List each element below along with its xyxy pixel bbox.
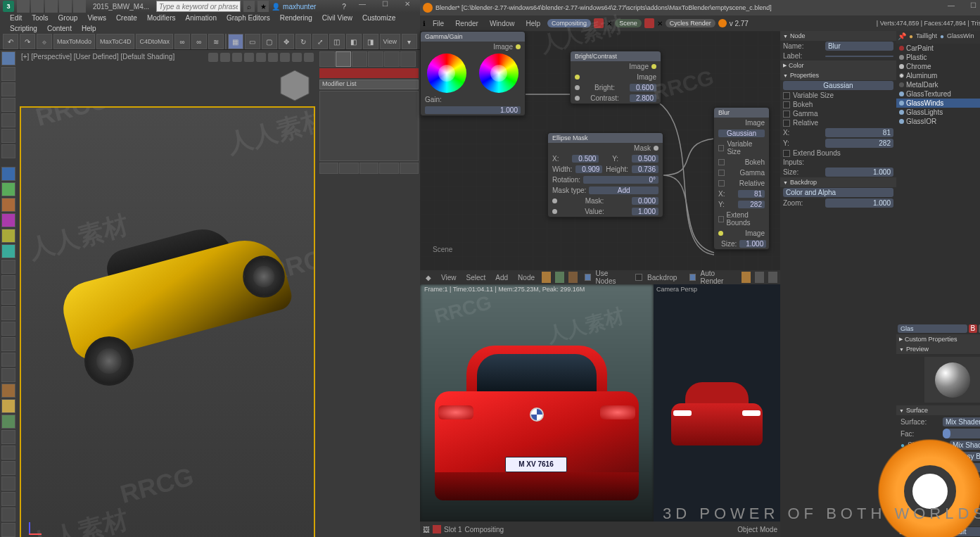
zoom-field[interactable]: 1.000 — [825, 198, 893, 208]
node-blur[interactable]: Blur Image Gaussian Variable Size Bokeh … — [713, 107, 770, 250]
panel-properties[interactable]: Properties — [780, 70, 896, 80]
minimize-button[interactable]: — — [941, 1, 961, 14]
create-icon[interactable] — [1, 275, 15, 289]
select-icon[interactable]: ▭ — [245, 34, 260, 49]
panel-custom-properties[interactable]: Custom Properties — [896, 334, 980, 344]
material-list[interactable]: CarPaint Plastic Chrome Aluminum MetalDa… — [896, 44, 980, 323]
create-icon[interactable] — [1, 322, 15, 336]
maximize-button[interactable]: ☐ — [375, 0, 395, 13]
layer-dropdown[interactable]: Compositing — [465, 526, 504, 533]
tab-icon[interactable] — [1, 67, 15, 81]
tab-icon[interactable] — [1, 129, 15, 143]
close-scene-icon[interactable] — [644, 18, 654, 28]
tool-icon[interactable] — [742, 272, 751, 283]
scale-icon[interactable]: ⤢ — [312, 34, 328, 49]
create-icon[interactable] — [1, 244, 15, 258]
vp-icon[interactable] — [244, 53, 254, 62]
menu-rendering[interactable]: Rendering — [276, 13, 317, 23]
wave-icon[interactable]: ≋ — [208, 34, 224, 49]
tab-create-icon[interactable] — [319, 51, 335, 67]
extend-checkbox[interactable] — [783, 150, 790, 157]
tab-utilities-icon[interactable] — [400, 51, 416, 67]
shader-icon[interactable] — [542, 272, 551, 283]
tab-modify-icon[interactable] — [336, 51, 351, 67]
menu-help[interactable]: Help — [522, 18, 545, 29]
tab-icon[interactable] — [1, 98, 15, 112]
tool-icon[interactable]: ◧ — [346, 34, 362, 49]
create-icon[interactable] — [1, 229, 15, 243]
menu-scripting[interactable]: Scripting — [6, 23, 42, 34]
max-logo-icon[interactable]: 3 — [3, 1, 14, 12]
move-icon[interactable]: ✥ — [279, 34, 294, 49]
node-editor[interactable]: Gamma/Gain Image Gain: 1.000 Bright/Cont… — [420, 31, 780, 270]
material-search[interactable]: Glas — [898, 324, 967, 333]
select-icon[interactable]: ▦ — [228, 34, 243, 49]
gamma-checkbox[interactable] — [783, 110, 790, 118]
channel-dropdown[interactable]: Color and Alpha — [783, 188, 893, 197]
create-icon[interactable] — [1, 523, 15, 537]
layout-dropdown[interactable]: Compositing — [547, 19, 591, 27]
vp-icon[interactable] — [220, 53, 230, 62]
user-icon[interactable]: 👤 — [272, 3, 280, 11]
menu-tools[interactable]: Tools — [27, 13, 52, 23]
modifier-list-dropdown[interactable]: Modifier List — [319, 80, 419, 89]
name-field[interactable]: Blur — [825, 42, 893, 51]
create-icon[interactable] — [1, 291, 15, 305]
vp-icon[interactable] — [292, 53, 302, 62]
link-icon[interactable]: ∞ — [174, 34, 190, 49]
backdrop-checkbox[interactable]: Backdrop — [632, 272, 682, 283]
node-gamma-gain[interactable]: Gamma/Gain Image Gain: 1.000 — [420, 31, 526, 116]
vp-icon[interactable] — [232, 53, 242, 62]
size-field[interactable]: 1.000 — [825, 168, 893, 177]
menu-node[interactable]: Node — [515, 273, 537, 282]
close-button[interactable]: ✕ — [397, 0, 417, 13]
panel-node[interactable]: Node — [780, 31, 896, 41]
max-username[interactable]: maxhunter — [283, 3, 316, 11]
link-icon[interactable]: ∞ — [191, 34, 207, 49]
create-icon[interactable] — [1, 446, 15, 460]
menu-select[interactable]: Select — [464, 273, 489, 282]
colorwheel-icon[interactable] — [427, 53, 466, 93]
y-field[interactable]: 282 — [825, 139, 893, 148]
colorwheel-icon[interactable] — [479, 53, 518, 93]
x-field[interactable]: 81 — [825, 128, 893, 137]
qat-btn[interactable] — [45, 0, 58, 13]
tab-hierarchy-icon[interactable] — [352, 51, 367, 67]
menu-views[interactable]: Views — [83, 13, 110, 23]
create-icon[interactable] — [1, 337, 15, 351]
stack-btn[interactable] — [379, 163, 398, 174]
tool-icon[interactable]: ◫ — [329, 34, 345, 49]
close-layout-icon[interactable] — [594, 18, 604, 28]
menu-content[interactable]: Content — [43, 23, 76, 34]
minimize-button[interactable]: — — [352, 0, 372, 13]
create-icon[interactable] — [1, 306, 15, 320]
panel-color[interactable]: Color — [780, 61, 896, 70]
select-icon[interactable]: ▢ — [262, 34, 277, 49]
stack-btn[interactable] — [339, 163, 358, 174]
render-result[interactable]: RRCG 人人素材 M XV 7616 — [420, 284, 654, 522]
qat-btn[interactable] — [17, 0, 30, 13]
qat-btn[interactable] — [73, 0, 86, 13]
camera-viewport[interactable]: Camera Persp — [654, 284, 780, 522]
help-icon[interactable]: ? — [338, 1, 350, 12]
editor-type-icon[interactable]: 🖼 — [423, 526, 430, 533]
menu-grapheditors[interactable]: Graph Editors — [222, 13, 274, 23]
create-icon[interactable] — [1, 492, 15, 506]
menu-group[interactable]: Group — [54, 13, 82, 23]
menu-render[interactable]: Render — [451, 18, 483, 29]
pin-icon[interactable]: 📌 — [898, 32, 906, 42]
dropdown-icon[interactable]: ▾ — [402, 34, 417, 49]
link-icon[interactable]: ⟐ — [37, 34, 52, 49]
slot-dropdown[interactable]: Slot 1 — [444, 526, 462, 533]
rotate-icon[interactable]: ↻ — [295, 34, 311, 49]
menu-window[interactable]: Window — [485, 18, 519, 29]
create-icon[interactable] — [1, 368, 15, 382]
vp-icon[interactable] — [268, 53, 278, 62]
redo-icon[interactable]: ↷ — [20, 34, 35, 49]
maximize-button[interactable]: ☐ — [964, 1, 980, 14]
create-icon[interactable] — [1, 260, 15, 274]
editor-type-icon[interactable]: ◆ — [423, 273, 434, 282]
tab-icon[interactable] — [1, 113, 15, 127]
tab-icon[interactable] — [1, 82, 15, 96]
view-dropdown[interactable]: View — [380, 34, 400, 49]
